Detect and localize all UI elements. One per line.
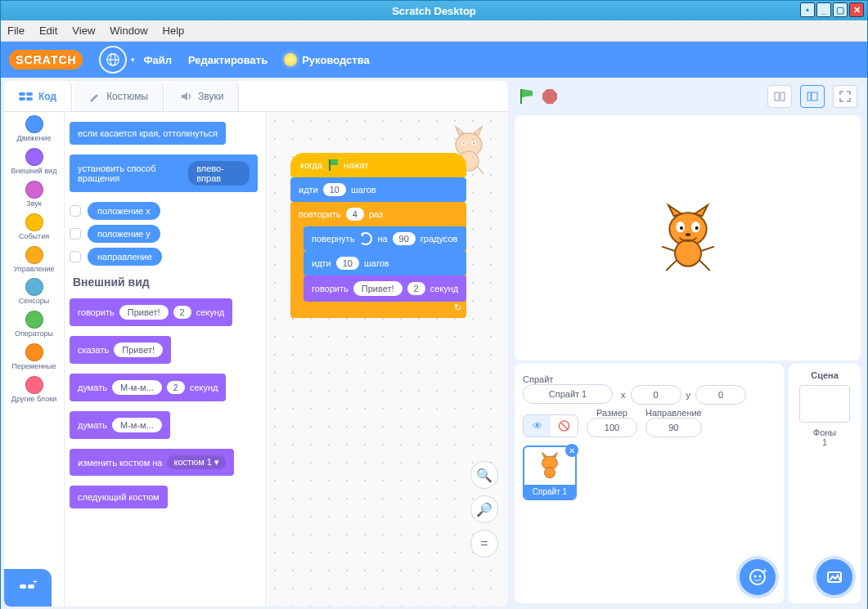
visibility-toggle[interactable]: 👁 🚫 <box>523 414 578 437</box>
window-minimize-button[interactable]: _ <box>816 2 831 17</box>
svg-point-30 <box>754 575 757 578</box>
svg-point-11 <box>463 142 465 144</box>
sound-icon <box>180 91 193 102</box>
category-looks[interactable]: Внешний вид <box>4 148 64 176</box>
add-extension-button[interactable]: + <box>4 569 52 607</box>
window-maximize-button[interactable]: ▢ <box>833 2 848 17</box>
block-think[interactable]: думать М-м-м... <box>70 411 170 439</box>
topbar-edit[interactable]: Редактировать <box>188 54 268 66</box>
check-direction[interactable] <box>70 251 81 262</box>
stage[interactable] <box>515 115 861 360</box>
svg-point-25 <box>695 226 698 230</box>
menu-file[interactable]: File <box>7 25 25 37</box>
menu-view[interactable]: View <box>72 25 95 37</box>
sprite-name-input[interactable]: Спрайт 1 <box>523 384 613 404</box>
rotation-style-dropdown[interactable]: влево-вправ <box>188 161 250 186</box>
stop-button[interactable] <box>542 89 557 104</box>
svg-point-28 <box>544 468 555 478</box>
block-think-for[interactable]: думать М-м-м... 2 секунд <box>70 374 226 401</box>
category-events[interactable]: События <box>4 213 64 241</box>
editor-tabs: Код Костюмы Звуки <box>4 81 508 112</box>
category-sensing[interactable]: Сенсоры <box>4 278 64 306</box>
block-palette[interactable]: если касается края, оттолкнуться установ… <box>65 112 266 607</box>
costume-dropdown[interactable]: костюм 1 ▾ <box>167 455 226 469</box>
sprite-thumbnail[interactable]: ✕ Спрайт 1 <box>523 446 577 500</box>
script-turn[interactable]: повернуть на 90 градусов <box>304 226 466 251</box>
block-bounce[interactable]: если касается края, оттолкнуться <box>70 122 226 145</box>
cat-plus-icon: + <box>748 567 767 587</box>
block-next-costume[interactable]: следующий костюм <box>70 486 168 508</box>
tab-sounds[interactable]: Звуки <box>165 81 239 111</box>
category-sound[interactable]: Звук <box>4 181 64 208</box>
fullscreen-button[interactable] <box>833 85 857 108</box>
scratch-logo[interactable]: SCRATCH <box>9 50 83 69</box>
zoom-out-button[interactable]: 🔎 <box>470 495 498 523</box>
add-backdrop-button[interactable] <box>816 559 852 595</box>
menu-edit[interactable]: Edit <box>39 25 57 37</box>
add-sprite-button[interactable]: + <box>740 559 776 595</box>
menu-window[interactable]: Window <box>110 25 147 37</box>
svg-rect-4 <box>26 92 33 96</box>
category-variables[interactable]: Переменные <box>4 343 64 371</box>
lightbulb-icon <box>284 53 297 66</box>
stage-thumbnail[interactable] <box>799 385 850 423</box>
sprite-y-input[interactable]: 0 <box>695 385 746 405</box>
delete-sprite-button[interactable]: ✕ <box>565 444 578 457</box>
svg-rect-16 <box>775 92 779 101</box>
script-move-2[interactable]: идти 10 шагов <box>304 251 466 275</box>
stage-large-button[interactable] <box>800 85 825 108</box>
sprite-size-input[interactable]: 100 <box>587 418 637 437</box>
check-x-position[interactable] <box>70 205 81 217</box>
zoom-reset-button[interactable]: = <box>470 530 498 558</box>
category-motion[interactable]: Движение <box>4 115 64 143</box>
sprite-direction-input[interactable]: 90 <box>645 418 702 437</box>
reporter-x-position[interactable]: положение x <box>88 202 160 220</box>
category-operators[interactable]: Операторы <box>4 311 64 338</box>
script-say[interactable]: говорить Привет! 2 секунд <box>304 275 466 302</box>
topbar-tutorials[interactable]: Руководства <box>284 53 370 66</box>
svg-point-12 <box>473 142 474 144</box>
svg-point-21 <box>675 240 701 266</box>
show-sprite-button[interactable]: 👁 <box>524 415 551 437</box>
block-set-rotation[interactable]: установить способ вращения влево-вправ <box>70 154 258 192</box>
stage-small-button[interactable] <box>767 85 792 108</box>
reporter-y-position[interactable]: положение y <box>88 225 160 243</box>
script-stack[interactable]: когда нажат идти 10 шагов повторить <box>290 153 466 318</box>
svg-point-26 <box>685 233 690 236</box>
svg-text:+: + <box>762 567 767 575</box>
svg-rect-3 <box>19 92 25 96</box>
language-picker[interactable] <box>99 46 127 74</box>
script-canvas[interactable]: когда нажат идти 10 шагов повторить <box>266 112 508 607</box>
menu-help[interactable]: Help <box>163 25 185 37</box>
backdrop-count: 1 <box>792 437 857 447</box>
window-shade-button[interactable]: • <box>800 2 815 17</box>
tab-costumes[interactable]: Костюмы <box>74 81 164 111</box>
stage-panel: Сцена Фоны 1 <box>789 364 861 603</box>
zoom-in-button[interactable]: 🔍 <box>470 461 498 489</box>
svg-point-31 <box>759 575 762 578</box>
category-myblocks[interactable]: Другие блоки <box>4 376 64 404</box>
svg-point-24 <box>680 226 683 230</box>
block-switch-costume[interactable]: изменить костюм на костюм 1 ▾ <box>70 449 234 476</box>
hide-sprite-button[interactable]: 🚫 <box>551 415 578 437</box>
check-y-position[interactable] <box>70 228 81 240</box>
sprite-x-input[interactable]: 0 <box>631 385 681 405</box>
reporter-direction[interactable]: направление <box>88 248 162 266</box>
window-title: Scratch Desktop <box>392 5 476 17</box>
script-repeat[interactable]: повторить 4 раз повернуть на 90 <box>290 202 466 318</box>
hat-when-flag-clicked[interactable]: когда нажат <box>290 153 466 177</box>
tab-code[interactable]: Код <box>4 81 72 111</box>
repeat-arrow-icon: ↻ <box>454 302 461 313</box>
topbar-file[interactable]: Файл <box>143 54 172 66</box>
globe-icon <box>106 52 120 67</box>
palette-section-looks: Внешний вид <box>73 275 260 289</box>
scene-title: Сцена <box>792 370 857 380</box>
green-flag-button[interactable] <box>518 88 534 105</box>
block-say[interactable]: сказать Привет! <box>70 336 171 364</box>
svg-rect-19 <box>812 92 817 101</box>
category-control[interactable]: Управление <box>4 246 64 274</box>
script-move-1[interactable]: идти 10 шагов <box>290 177 466 202</box>
code-icon <box>19 91 34 102</box>
block-say-for[interactable]: говорить Привет! 2 секунд <box>70 298 232 326</box>
window-close-button[interactable]: ✕ <box>849 2 864 17</box>
